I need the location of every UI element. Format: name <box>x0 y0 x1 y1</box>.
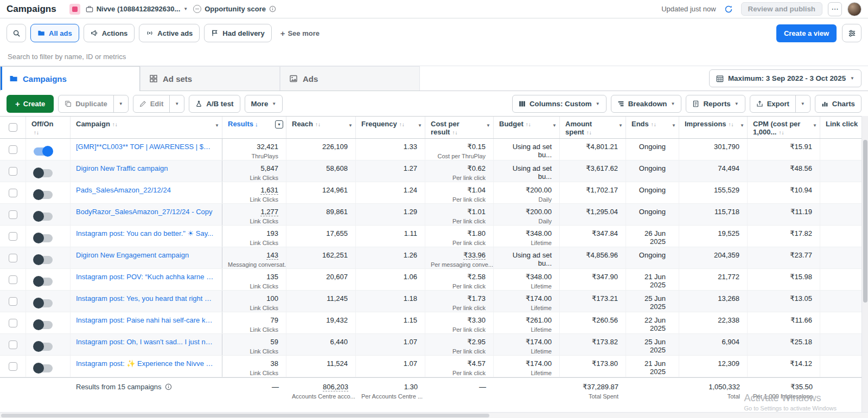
results-value[interactable]: 1,277 <box>228 208 278 216</box>
view-settings-button[interactable] <box>842 24 861 42</box>
results-value[interactable]: 5,847 <box>228 164 278 172</box>
results-value[interactable]: 59 <box>228 338 278 346</box>
export-button[interactable]: Export <box>750 95 795 112</box>
info-icon[interactable] <box>165 383 172 390</box>
campaign-name-link[interactable]: Instagram post: Paise nahi hai self-care… <box>76 316 214 324</box>
results-value[interactable]: 1,631 <box>228 186 278 194</box>
column-header-campaign[interactable]: Campaign↑↓▼ <box>71 117 222 138</box>
filter-chip-actions[interactable]: Actions <box>84 24 135 42</box>
results-value[interactable]: 143 <box>228 251 278 259</box>
chevron-down-icon[interactable]: ▼ <box>348 121 353 130</box>
date-range-button[interactable]: Maximum: 3 Sep 2022 - 3 Oct 2025 ▼ <box>709 69 861 87</box>
chevron-down-icon[interactable]: ▼ <box>813 121 817 130</box>
ad-account-selector[interactable]: Nivve (10884128292630... ▼ <box>86 5 188 13</box>
campaign-name-link[interactable]: Digiron New Traffic campaign <box>76 164 214 172</box>
column-header-cost-per-result[interactable]: Cost per result↑↓▼ <box>425 117 494 138</box>
reports-button[interactable]: Reports ▼ <box>686 95 745 113</box>
chevron-down-icon[interactable]: ▼ <box>486 121 490 130</box>
row-checkbox[interactable] <box>9 319 17 327</box>
filter-chip-had-delivery[interactable]: Had delivery <box>204 24 271 42</box>
campaign-name-link[interactable]: Instagram post: You can do better." ☀ Sa… <box>76 229 214 237</box>
results-value[interactable]: 38 <box>228 359 278 368</box>
column-header-cpm[interactable]: CPM (cost per 1,000...↑↓▼ <box>748 117 820 138</box>
more-options-icon[interactable]: ⋯ <box>828 2 842 16</box>
edit-button[interactable]: Edit <box>133 95 170 112</box>
row-checkbox[interactable] <box>9 362 17 371</box>
tab-ads[interactable]: Ads <box>280 66 420 91</box>
row-checkbox[interactable] <box>9 189 17 197</box>
charts-button[interactable]: Charts <box>815 95 861 113</box>
row-checkbox[interactable] <box>9 297 17 306</box>
results-value[interactable]: 32,421 <box>228 143 278 151</box>
breakdown-button[interactable]: Breakdown ▼ <box>611 95 682 113</box>
campaign-toggle[interactable] <box>34 343 53 351</box>
results-settings-icon[interactable]: ▼ <box>275 120 283 128</box>
search-input[interactable] <box>8 53 860 61</box>
row-checkbox[interactable] <box>9 340 17 349</box>
review-and-publish-button[interactable]: Review and publish <box>741 2 822 16</box>
campaign-toggle[interactable] <box>34 234 53 242</box>
campaign-toggle[interactable] <box>34 299 53 307</box>
campaign-toggle[interactable] <box>34 321 53 329</box>
edit-caret[interactable]: ▼ <box>169 95 184 112</box>
results-value[interactable]: 193 <box>228 229 278 237</box>
column-header-ends[interactable]: Ends↑↓▼ <box>626 117 679 138</box>
see-more-button[interactable]: + See more <box>276 29 324 37</box>
campaign-name-link[interactable]: Instagram post: POV: “Kuch achha karne k… <box>76 273 214 281</box>
campaign-toggle[interactable] <box>34 147 53 156</box>
column-header-link-click[interactable]: Link click <box>820 117 868 138</box>
chevron-down-icon[interactable]: ▼ <box>418 121 422 130</box>
columns-button[interactable]: Columns: Custom ▼ <box>512 95 607 113</box>
more-button[interactable]: More ▼ <box>245 95 283 113</box>
row-checkbox[interactable] <box>9 167 17 176</box>
chevron-down-icon[interactable]: ▼ <box>672 121 676 130</box>
search-filter-button[interactable] <box>7 24 26 42</box>
column-header-amount-spent[interactable]: Amount spent↑↓▼ <box>560 117 626 138</box>
chevron-down-icon[interactable]: ▼ <box>740 121 744 130</box>
column-header-impressions[interactable]: Impressions↑↓▼ <box>679 117 748 138</box>
campaign-name-link[interactable]: Instagram post: Yes, you heard that righ… <box>76 294 214 303</box>
row-checkbox[interactable] <box>9 254 17 262</box>
campaign-toggle[interactable] <box>34 191 53 199</box>
horizontal-scrollbar[interactable] <box>0 412 868 418</box>
column-header-off-on[interactable]: Off/On↑↓ <box>26 117 71 138</box>
campaign-toggle[interactable] <box>34 213 53 221</box>
campaign-toggle[interactable] <box>34 278 53 286</box>
column-header-budget[interactable]: Budget↑↓▼ <box>494 117 560 138</box>
duplicate-button[interactable]: Duplicate <box>59 95 113 112</box>
business-icon[interactable] <box>69 4 80 15</box>
create-a-view-button[interactable]: Create a view <box>776 24 837 42</box>
row-checkbox[interactable] <box>9 232 17 241</box>
row-checkbox[interactable] <box>9 210 17 219</box>
column-header-reach[interactable]: Reach↑↓▼ <box>286 117 356 138</box>
campaign-name-link[interactable]: BodyRazor_SalesAmazon_27/12/24 - Copy <box>76 208 214 216</box>
results-value[interactable]: 135 <box>228 273 278 281</box>
vertical-scrollbar[interactable] <box>861 116 868 412</box>
campaign-name-link[interactable]: Pads_SalesAmazon_22/12/24 <box>76 186 214 194</box>
campaign-toggle[interactable] <box>34 169 53 177</box>
horizontal-scrollbar-thumb[interactable] <box>1 414 489 417</box>
campaign-name-link[interactable]: [GMR]**CL003** TOF | AWARENESS | $LC | .… <box>76 143 214 151</box>
footer-reach[interactable]: 806,203 <box>292 383 348 391</box>
campaign-toggle[interactable] <box>34 364 53 372</box>
refresh-icon[interactable] <box>722 2 736 16</box>
column-header-frequency[interactable]: Frequency↑↓▼ <box>356 117 425 138</box>
filter-chip-all-ads[interactable]: All ads <box>30 24 79 42</box>
campaign-name-link[interactable]: Digiron New Engagement campaign <box>76 251 214 259</box>
campaign-name-link[interactable]: Instagram post: Oh, I wasn't sad... I ju… <box>76 338 214 346</box>
avatar[interactable] <box>847 2 861 16</box>
campaign-toggle[interactable] <box>34 256 53 264</box>
tab-campaigns[interactable]: Campaigns <box>0 66 140 91</box>
row-checkbox[interactable] <box>9 145 17 154</box>
ab-test-button[interactable]: A/B test <box>189 95 240 113</box>
select-all-checkbox[interactable] <box>9 123 17 132</box>
column-header-results[interactable]: Results↓▼ <box>222 117 286 138</box>
campaign-name-link[interactable]: Instagram post: ✨ Experience the Nivve D… <box>76 359 214 368</box>
results-value[interactable]: 100 <box>228 294 278 303</box>
results-value[interactable]: 79 <box>228 316 278 324</box>
chevron-down-icon[interactable]: ▼ <box>618 121 623 130</box>
opportunity-score[interactable]: Opportunity score <box>193 5 276 13</box>
filter-chip-active-ads[interactable]: Active ads <box>139 24 200 42</box>
chevron-down-icon[interactable]: ▼ <box>552 121 557 130</box>
tab-ad-sets[interactable]: Ad sets <box>140 66 280 91</box>
